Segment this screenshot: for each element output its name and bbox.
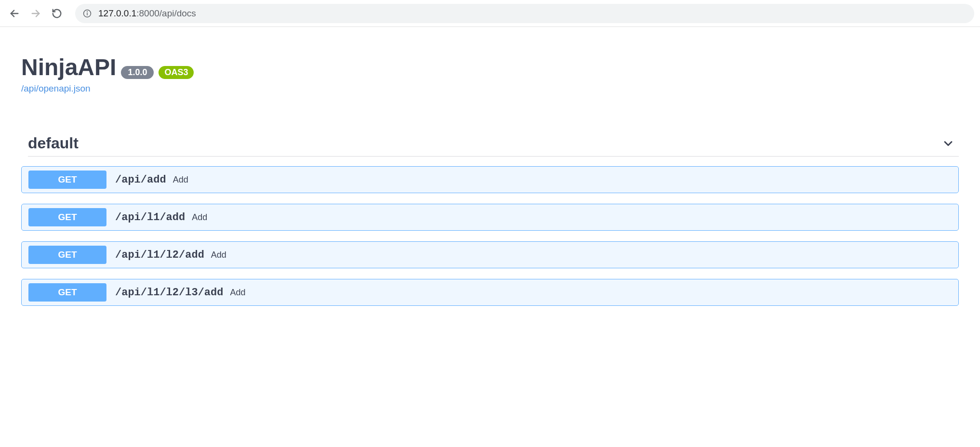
operation-row[interactable]: GET /api/l1/add Add bbox=[21, 204, 959, 231]
browser-toolbar: 127.0.0.1:8000/api/docs bbox=[0, 0, 980, 27]
method-badge: GET bbox=[28, 246, 106, 264]
tag-section: default GET /api/add Add GET /api/l1/add… bbox=[21, 134, 959, 306]
arrow-left-icon bbox=[9, 8, 20, 19]
back-button[interactable] bbox=[6, 5, 23, 22]
oas-badge: OAS3 bbox=[159, 66, 194, 79]
operation-path: /api/l1/l2/l3/add bbox=[115, 287, 223, 299]
url-text: 127.0.0.1:8000/api/docs bbox=[98, 8, 196, 19]
address-bar[interactable]: 127.0.0.1:8000/api/docs bbox=[75, 4, 974, 23]
openapi-link[interactable]: /api/openapi.json bbox=[21, 83, 91, 93]
reload-button[interactable] bbox=[48, 5, 66, 22]
api-title: NinjaAPI bbox=[21, 54, 116, 80]
operation-summary: Add bbox=[211, 250, 226, 260]
forward-button[interactable] bbox=[27, 5, 44, 22]
operation-summary: Add bbox=[192, 212, 207, 223]
operation-path: /api/l1/add bbox=[115, 211, 185, 224]
method-badge: GET bbox=[28, 283, 106, 302]
method-badge: GET bbox=[28, 208, 106, 226]
arrow-right-icon bbox=[30, 8, 41, 19]
method-badge: GET bbox=[28, 171, 106, 189]
operation-row[interactable]: GET /api/l1/l2/add Add bbox=[21, 241, 959, 268]
chevron-down-icon bbox=[941, 137, 955, 150]
operation-path: /api/l1/l2/add bbox=[115, 249, 204, 261]
swagger-ui: NinjaAPI 1.0.0 OAS3 /api/openapi.json de… bbox=[0, 27, 980, 343]
operation-path: /api/add bbox=[115, 174, 166, 186]
tag-header[interactable]: default bbox=[28, 134, 959, 157]
tag-name: default bbox=[28, 134, 79, 152]
version-badge: 1.0.0 bbox=[121, 66, 154, 79]
operation-summary: Add bbox=[230, 288, 245, 298]
operations-list: GET /api/add Add GET /api/l1/add Add GET… bbox=[21, 166, 959, 306]
api-header: NinjaAPI 1.0.0 OAS3 bbox=[21, 54, 959, 80]
operation-summary: Add bbox=[173, 175, 188, 185]
svg-point-4 bbox=[87, 11, 88, 12]
info-icon bbox=[83, 9, 92, 18]
operation-row[interactable]: GET /api/add Add bbox=[21, 166, 959, 193]
reload-icon bbox=[52, 8, 62, 19]
operation-row[interactable]: GET /api/l1/l2/l3/add Add bbox=[21, 279, 959, 306]
